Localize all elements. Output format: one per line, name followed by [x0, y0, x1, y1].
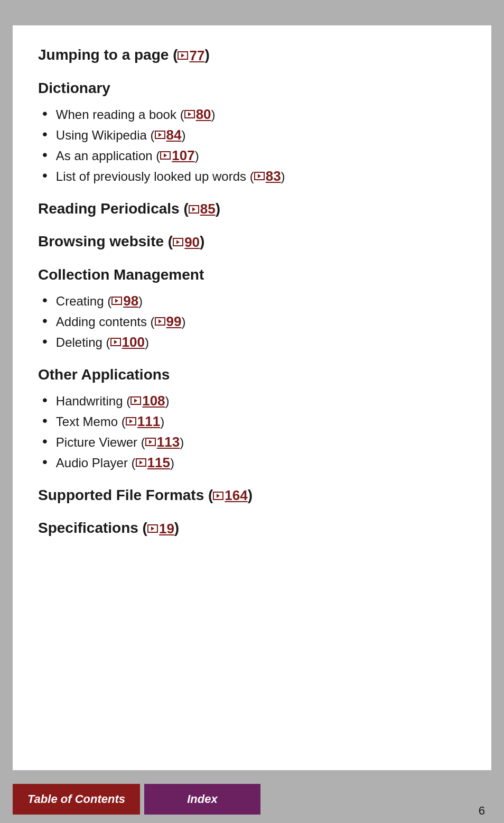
ref-icon — [189, 205, 199, 214]
ref-icon — [155, 317, 165, 326]
ref-icon — [111, 297, 122, 305]
heading-reading-periodicals: Reading Periodicals (85) — [38, 200, 466, 218]
ref-icon — [254, 172, 265, 180]
ref-icon — [155, 131, 165, 139]
heading-other-applications: Other Applications — [38, 366, 466, 383]
list-item: • As an application (107) — [42, 147, 466, 164]
ref-icon — [110, 338, 121, 346]
index-button[interactable]: Index — [144, 784, 260, 815]
ref-icon — [184, 110, 195, 118]
bottom-bar: Table of Contents Index 6 — [0, 775, 504, 823]
ref-icon — [173, 238, 183, 246]
list-item: • Audio Player (115) — [42, 455, 466, 471]
list-item: • Text Memo (111) — [42, 413, 466, 430]
heading-collection-management: Collection Management — [38, 266, 466, 283]
toc-button[interactable]: Table of Contents — [13, 784, 140, 815]
ref-icon — [213, 492, 223, 500]
ref-icon — [178, 51, 188, 60]
ref-icon — [145, 438, 156, 446]
heading-jumping: Jumping to a page (77) — [38, 47, 466, 64]
list-item: • Using Wikipedia (84) — [42, 127, 466, 143]
collection-list: • Creating (98) • Adding contents (99) •… — [42, 293, 466, 350]
list-item: • Picture Viewer (113) — [42, 434, 466, 450]
list-item: • List of previously looked up words (83… — [42, 168, 466, 184]
list-item: • Adding contents (99) — [42, 313, 466, 330]
ref-icon — [130, 396, 141, 405]
ref-icon — [160, 151, 171, 160]
heading-browsing-website: Browsing website (90) — [38, 233, 466, 251]
list-item: • Handwriting (108) — [42, 393, 466, 409]
ref-icon — [147, 524, 158, 533]
heading-dictionary: Dictionary — [38, 80, 466, 97]
heading-supported-file-formats: Supported File Formats (164) — [38, 487, 466, 504]
ref-icon — [136, 458, 146, 467]
list-item: • When reading a book (80) — [42, 106, 466, 123]
page-content: Jumping to a page (77) Dictionary • When… — [13, 25, 491, 770]
heading-specifications: Specifications (19) — [38, 520, 466, 537]
dictionary-list: • When reading a book (80) • Using Wikip… — [42, 106, 466, 184]
list-item: • Deleting (100) — [42, 334, 466, 350]
list-item: • Creating (98) — [42, 293, 466, 309]
ref-icon — [126, 417, 136, 426]
other-apps-list: • Handwriting (108) • Text Memo (111) • … — [42, 393, 466, 471]
page-number: 6 — [479, 804, 485, 818]
